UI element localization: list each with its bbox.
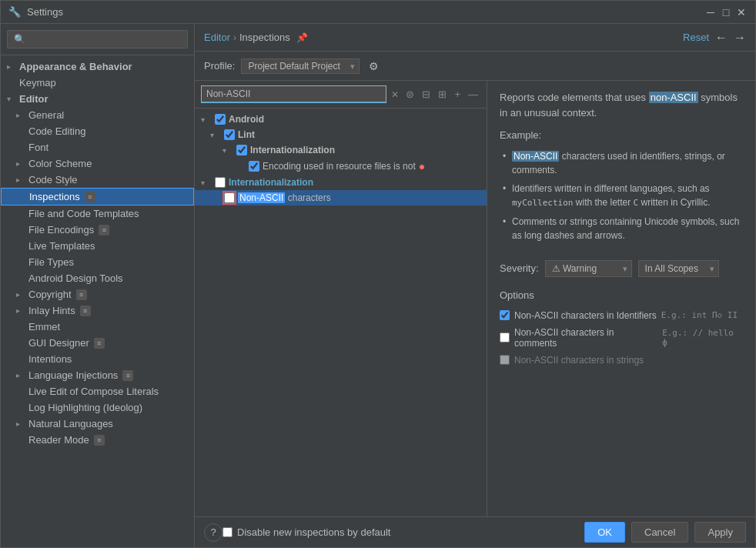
option-1-checkbox[interactable] [500, 310, 510, 320]
option-3-checkbox[interactable] [500, 355, 510, 365]
copyright-badge: ≡ [76, 289, 87, 300]
sidebar-item-log-highlighting[interactable]: Log Highlighting (Ideolog) [1, 399, 194, 416]
bottom-actions: OK Cancel Apply [584, 522, 746, 543]
breadcrumb: Editor › Inspections 📌 [204, 32, 677, 43]
inspect-search-clear-button[interactable]: ✕ [390, 89, 400, 100]
sidebar-item-reader-mode[interactable]: Reader Mode ≡ [1, 432, 194, 448]
sidebar-item-font[interactable]: Font [1, 139, 194, 155]
arrow-icon [16, 290, 25, 299]
non-ascii-checkbox[interactable] [224, 192, 235, 203]
sidebar-item-appearance[interactable]: Appearance & Behavior [1, 58, 194, 75]
android-checkbox[interactable] [215, 114, 226, 125]
sidebar-label: File Encodings [28, 224, 94, 236]
node-label: Internationalization [229, 177, 313, 188]
sidebar-label: Intentions [28, 353, 72, 365]
sidebar-item-natural-languages[interactable]: Natural Languages [1, 416, 194, 432]
scope-select-wrapper: In All Scopes In Tests [638, 260, 719, 277]
arrow-icon [16, 159, 25, 168]
sidebar-label: Color Scheme [28, 158, 92, 169]
profile-select[interactable]: Project Default Project [241, 58, 360, 74]
description-text: Reports code elements that uses non-ASCI… [500, 90, 743, 120]
profile-gear-button[interactable]: ⚙ [366, 58, 382, 74]
arrow-icon [16, 306, 25, 315]
sidebar-item-general[interactable]: General [1, 107, 194, 123]
sidebar-item-lang-injections[interactable]: Language Injections ≡ [1, 367, 194, 383]
expand-all-button[interactable]: ⊟ [420, 89, 433, 100]
sidebar-item-copyright[interactable]: Copyright ≡ [1, 286, 194, 302]
sidebar-item-inlay-hints[interactable]: Inlay Hints ≡ [1, 302, 194, 319]
sidebar-item-editor[interactable]: Editor [1, 91, 194, 107]
example-title: Example: [500, 129, 743, 141]
sidebar-item-gui-designer[interactable]: GUI Designer ≡ [1, 335, 194, 351]
collapse-all-button[interactable]: ⊞ [436, 89, 449, 100]
maximize-button[interactable]: □ [720, 6, 732, 18]
inspect-search-input[interactable] [201, 85, 386, 103]
sidebar-label: Keymap [19, 77, 56, 89]
arrow-icon: ▾ [201, 115, 212, 124]
sidebar-label: Code Style [28, 174, 78, 185]
sidebar-item-live-edit[interactable]: Live Edit of Compose Literals [1, 383, 194, 399]
lint-checkbox[interactable] [224, 129, 235, 140]
help-button[interactable]: ? [204, 523, 222, 542]
inspect-node-android[interactable]: ▾ Android [195, 112, 487, 127]
sidebar-item-file-encodings[interactable]: File Encodings ≡ [1, 222, 194, 238]
sidebar-item-keymap[interactable]: Keymap [1, 75, 194, 91]
settings-window: 🔧 Settings ─ □ ✕ Appearance & Behavior [0, 0, 756, 548]
sidebar-item-inspections[interactable]: Inspections ≡ [1, 188, 194, 206]
int1-checkbox[interactable] [236, 145, 247, 155]
close-button[interactable]: ✕ [735, 6, 748, 18]
add-button[interactable]: + [452, 89, 463, 100]
sidebar-item-emmet[interactable]: Emmet [1, 319, 194, 335]
sidebar-label: Android Design Tools [28, 272, 123, 284]
inspect-node-int2[interactable]: ▾ Internationalization [195, 175, 487, 190]
minimize-button[interactable]: ─ [704, 6, 717, 18]
option-1-label: Non-ASCII characters in Identifiers [514, 310, 657, 321]
severity-select[interactable]: ⚠ Warning Error Info Weak Warning [545, 260, 632, 277]
inspect-right-panel: Reports code elements that uses non-ASCI… [487, 81, 755, 516]
sidebar-item-code-editing[interactable]: Code Editing [1, 123, 194, 139]
sidebar-label: Code Editing [28, 125, 85, 137]
inspect-node-lint[interactable]: ▾ Lint [195, 127, 487, 142]
inspect-node-encoding[interactable]: ▾ Encoding used in resource files is not… [195, 158, 487, 175]
filter-button[interactable]: ⊜ [403, 89, 416, 100]
encoding-checkbox[interactable] [249, 161, 259, 172]
breadcrumb-parent[interactable]: Editor [204, 32, 230, 43]
ok-button[interactable]: OK [584, 522, 625, 543]
int2-checkbox[interactable] [215, 177, 226, 188]
sidebar-item-android-design[interactable]: Android Design Tools [1, 270, 194, 286]
gui-badge: ≡ [94, 338, 105, 349]
remove-button[interactable]: — [466, 89, 480, 100]
code-snippet: myCollection [512, 198, 573, 208]
sidebar-item-color-scheme[interactable]: Color Scheme [1, 155, 194, 172]
reader-mode-badge: ≡ [94, 435, 105, 446]
node-label: Android [229, 114, 264, 125]
sidebar-item-intentions[interactable]: Intentions [1, 351, 194, 367]
inspect-node-non-ascii[interactable]: ▾ Non-ASCII characters [195, 190, 487, 206]
disable-inspections-checkbox[interactable] [222, 527, 232, 537]
sidebar-label: Log Highlighting (Ideolog) [28, 402, 142, 413]
sidebar-label: Natural Languages [28, 418, 113, 429]
header-actions: Reset ← → [683, 31, 746, 45]
scope-select[interactable]: In All Scopes In Tests [638, 260, 719, 277]
arrow-icon: ▾ [210, 131, 221, 139]
apply-button[interactable]: Apply [694, 522, 746, 543]
lang-inj-badge: ≡ [122, 370, 133, 381]
sidebar-label: General [28, 109, 64, 121]
sidebar-item-live-templates[interactable]: Live Templates [1, 238, 194, 254]
node-label: Encoding used in resource files is not [263, 161, 416, 172]
sidebar-item-file-types[interactable]: File Types [1, 254, 194, 270]
inspect-node-int1[interactable]: ▾ Internationalization [195, 142, 487, 158]
example-bullets: Non-ASCII characters used in identifiers… [500, 147, 743, 245]
cancel-button[interactable]: Cancel [631, 522, 688, 543]
option-2-checkbox[interactable] [500, 332, 510, 342]
sidebar-item-code-style[interactable]: Code Style [1, 172, 194, 188]
sidebar-search-input[interactable] [7, 30, 188, 48]
reset-button[interactable]: Reset [683, 32, 709, 43]
arrow-icon [16, 111, 25, 119]
options-title: Options [500, 289, 743, 301]
sidebar-item-file-code-templates[interactable]: File and Code Templates [1, 206, 194, 222]
sidebar-label: Inspections [29, 191, 80, 202]
nav-forward-button[interactable]: → [734, 31, 746, 45]
arrow-icon [7, 95, 16, 103]
nav-back-button[interactable]: ← [715, 31, 728, 45]
